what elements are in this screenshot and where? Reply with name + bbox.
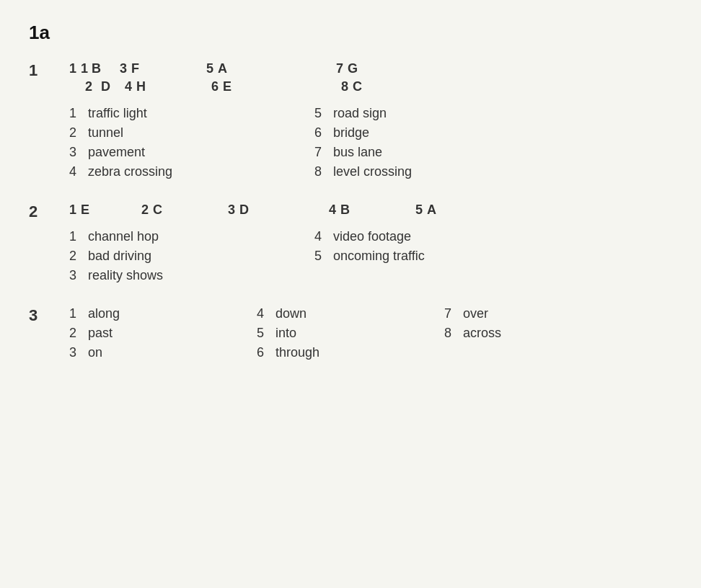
item-3-6: 6 through — [257, 345, 401, 360]
item-num: 5 — [314, 106, 333, 121]
section-3-items: 1 along 2 past 3 on — [69, 306, 672, 360]
ans-num: 8 — [341, 79, 348, 94]
ans-num: 4 — [125, 79, 132, 94]
ans-num: 1 — [69, 202, 76, 218]
items-right-2: 4 video footage 5 oncoming traffic — [314, 229, 425, 283]
ans-let: C — [353, 79, 362, 94]
answers-row-1-2: 2 D 4 H 6 E 8 C — [69, 79, 672, 94]
ans-pair-2-4: 8 C — [341, 79, 413, 94]
ans-num: 2 — [85, 79, 92, 94]
ans-let: A — [427, 202, 436, 218]
section-3: 3 1 along 2 past 3 — [29, 306, 672, 360]
ans-num: 1 — [69, 61, 76, 76]
item-num: 3 — [69, 268, 88, 283]
ans-num: 7 — [336, 61, 343, 76]
item-1-7: 7 bus lane — [314, 145, 412, 160]
ans-pair-2-1: 2 D — [69, 79, 110, 94]
item-2-3: 3 reality shows — [69, 268, 271, 283]
ans2-5: 5 A — [415, 202, 459, 218]
item-3-8: 8 across — [444, 326, 501, 341]
item-num: 6 — [314, 125, 333, 141]
section-2-content: 1 E 2 C 3 D 4 B — [69, 202, 672, 283]
item-num: 2 — [69, 326, 88, 341]
item-text: channel hop — [88, 229, 159, 244]
section-1-content: 1 1 B 3 F 5 A 7 G — [69, 61, 672, 179]
section-1-items: 1 traffic light 2 tunnel 3 pavement 4 — [69, 106, 672, 179]
item-num: 3 — [69, 145, 88, 160]
item-text: reality shows — [88, 268, 163, 283]
item-num: 8 — [314, 164, 333, 179]
item-3-4: 4 down — [257, 306, 401, 321]
ans-let: C — [153, 202, 162, 218]
ans-let: G — [348, 61, 358, 76]
ans-num: 6 — [211, 79, 219, 94]
item-1-6: 6 bridge — [314, 125, 412, 141]
item-3-1: 1 along — [69, 306, 213, 321]
item-text: road sign — [333, 106, 387, 121]
items-left-1: 1 traffic light 2 tunnel 3 pavement 4 — [69, 106, 271, 179]
ans-let: A — [218, 61, 227, 76]
item-text: past — [88, 326, 113, 341]
ans2-3: 3 D — [228, 202, 286, 218]
section-3-content: 1 along 2 past 3 on — [69, 306, 672, 360]
ans-let: E — [81, 202, 89, 218]
items-col1-3: 1 along 2 past 3 on — [69, 306, 213, 360]
item-1-4: 4 zebra crossing — [69, 164, 271, 179]
item-text: into — [275, 326, 296, 341]
item-num: 4 — [314, 229, 333, 244]
items-col2-3: 4 down 5 into 6 through — [257, 306, 401, 360]
ans-pair-1-2: 3 F — [120, 61, 206, 76]
section-1: 1 1 1 B 3 F 5 A — [29, 61, 672, 179]
item-text: down — [275, 306, 307, 321]
ans-let: F — [131, 61, 139, 76]
item-num: 4 — [69, 164, 88, 179]
section-number-1: 1 — [29, 61, 49, 80]
item-text: through — [275, 345, 319, 360]
item-text: bridge — [333, 125, 369, 141]
item-num: 5 — [257, 326, 275, 341]
item-num: 3 — [69, 345, 88, 360]
item-text: oncoming traffic — [333, 249, 425, 264]
item-3-7: 7 over — [444, 306, 501, 321]
ans2-2: 2 C — [141, 202, 185, 218]
item-text: zebra crossing — [88, 164, 172, 179]
item-num: 7 — [314, 145, 333, 160]
item-1-3: 3 pavement — [69, 145, 271, 160]
items-col3-3: 7 over 8 across — [444, 306, 501, 360]
ans-num: 3 — [228, 202, 235, 218]
ans-num: 5 — [415, 202, 423, 218]
page-title: 1a — [29, 22, 672, 44]
items-left-2: 1 channel hop 2 bad driving 3 reality sh… — [69, 229, 271, 283]
section-number-2: 2 — [29, 202, 49, 221]
ans-num: 5 — [206, 61, 213, 76]
section-2-items: 1 channel hop 2 bad driving 3 reality sh… — [69, 229, 672, 283]
item-1-2: 2 tunnel — [69, 125, 271, 141]
item-num: 4 — [257, 306, 275, 321]
ans-let: H — [136, 79, 146, 94]
item-1-5: 5 road sign — [314, 106, 412, 121]
ans-let: D — [101, 79, 110, 94]
item-text: traffic light — [88, 106, 147, 121]
item-1-8: 8 level crossing — [314, 164, 412, 179]
item-text: tunnel — [88, 125, 123, 141]
ans-num: 4 — [329, 202, 336, 218]
ans2-4: 4 B — [329, 202, 372, 218]
item-text: along — [88, 306, 120, 321]
item-2-4: 4 video footage — [314, 229, 425, 244]
item-num: 1 — [69, 306, 88, 321]
answers-row-2-1: 1 E 2 C 3 D 4 B — [69, 202, 672, 218]
ans-pair-1-1: 1 1 B — [69, 61, 105, 76]
item-num: 8 — [444, 326, 463, 341]
item-text: over — [463, 306, 488, 321]
item-1-1: 1 traffic light — [69, 106, 271, 121]
item-3-3: 3 on — [69, 345, 213, 360]
ans-let: D — [239, 202, 249, 218]
item-2-5: 5 oncoming traffic — [314, 249, 425, 264]
item-text: pavement — [88, 145, 145, 160]
ans-let: E — [223, 79, 232, 94]
item-num: 1 — [69, 106, 88, 121]
item-text: on — [88, 345, 102, 360]
ans2-1: 1 E — [69, 202, 113, 218]
ans-pair-2-3: 6 E — [211, 79, 298, 94]
item-3-5: 5 into — [257, 326, 401, 341]
